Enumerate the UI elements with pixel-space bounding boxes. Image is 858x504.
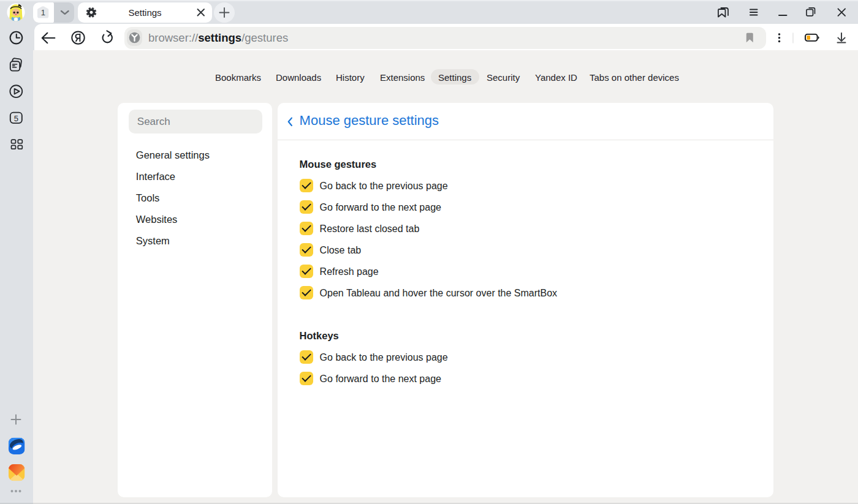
svg-text:5: 5 (14, 114, 18, 123)
svg-text:1: 1 (41, 8, 45, 17)
